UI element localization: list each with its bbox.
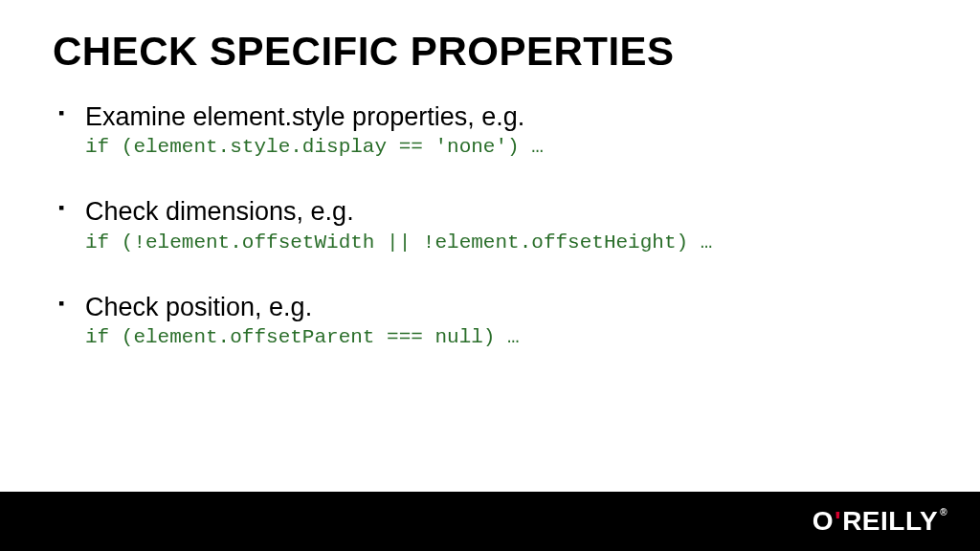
bullet-item: Check position, e.g. if (element.offsetP… <box>56 292 927 348</box>
bullet-item: Check dimensions, e.g. if (!element.offs… <box>56 196 927 253</box>
oreilly-logo: O'REILLY® <box>813 506 947 537</box>
bullet-text: Check position, e.g. <box>85 293 312 321</box>
code-snippet: if (element.style.display == 'none') … <box>85 136 927 158</box>
bullet-item: Examine element.style properties, e.g. i… <box>56 101 927 158</box>
brand-apostrophe: ' <box>835 506 841 537</box>
footer-bar: O'REILLY® <box>0 492 980 551</box>
brand-text-right: REILLY <box>842 506 938 537</box>
slide-content: CHECK SPECIFIC PROPERTIES Examine elemen… <box>0 0 980 348</box>
slide-title: CHECK SPECIFIC PROPERTIES <box>53 29 927 75</box>
bullet-text: Check dimensions, e.g. <box>85 197 354 226</box>
code-snippet: if (element.offsetParent === null) … <box>85 326 927 348</box>
brand-text-left: O <box>813 506 834 537</box>
bullet-text: Examine element.style properties, e.g. <box>85 102 524 131</box>
registered-mark: ® <box>940 507 947 518</box>
bullet-list: Examine element.style properties, e.g. i… <box>53 101 927 348</box>
code-snippet: if (!element.offsetWidth || !element.off… <box>85 231 927 253</box>
